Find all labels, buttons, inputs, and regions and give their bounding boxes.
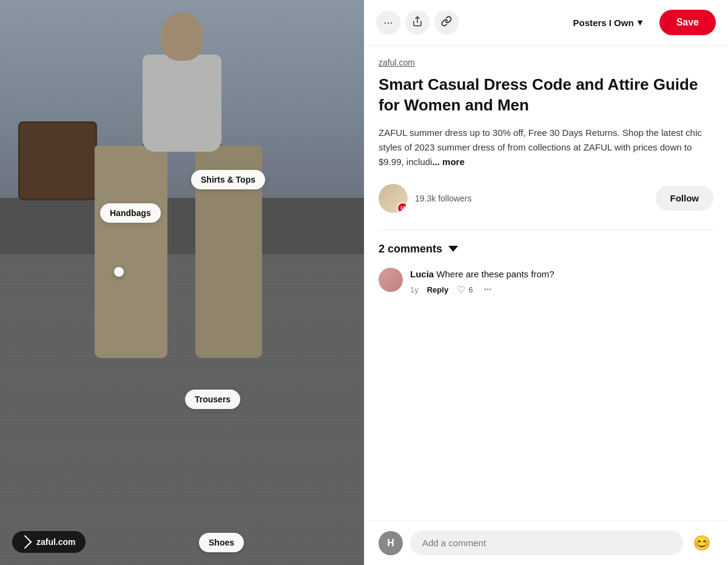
- tag-shirts-tops[interactable]: Shirts & Tops: [191, 170, 265, 189]
- posters-label: Posters I Own: [573, 18, 634, 28]
- tag-shoes[interactable]: Shoes: [199, 533, 244, 552]
- heart-icon: ♡: [457, 284, 465, 296]
- more-icon: ···: [383, 16, 393, 29]
- link-icon: [441, 16, 452, 30]
- toolbar: ···: [364, 0, 728, 46]
- comments-section: 2 comments Lucia Where are these pants f…: [379, 230, 713, 296]
- more-link[interactable]: ... more: [432, 157, 464, 167]
- share-icon: [412, 16, 423, 30]
- comment-text: Lucia Where are these pants from?: [410, 268, 713, 280]
- source-badge-label: zaful.com: [36, 537, 76, 547]
- source-link[interactable]: zaful.com: [379, 58, 713, 67]
- comment-input[interactable]: [410, 530, 683, 555]
- chevron-down-icon: ▾: [638, 17, 642, 28]
- author-row: 18 19.3k followers Follow: [379, 184, 713, 213]
- tag-handbags[interactable]: Handbags: [100, 203, 161, 223]
- right-panel: ···: [364, 0, 728, 565]
- author-avatar[interactable]: 18: [379, 184, 408, 213]
- posters-dropdown[interactable]: Posters I Own ▾: [564, 12, 652, 33]
- link-button[interactable]: [434, 10, 459, 35]
- add-comment-row: H 😊: [364, 520, 728, 565]
- pin-title: Smart Casual Dress Code and Attire Guide…: [379, 75, 713, 116]
- comment-body: Lucia Where are these pants from? 1y Rep…: [410, 268, 713, 296]
- content-area: zaful.com Smart Casual Dress Code and At…: [364, 46, 728, 520]
- author-info: 19.3k followers: [415, 193, 656, 204]
- dot-indicator: [114, 267, 124, 277]
- author-badge: 18: [397, 202, 408, 213]
- follow-button[interactable]: Follow: [656, 186, 714, 211]
- user-avatar: H: [379, 531, 403, 555]
- pin-description: ZAFUL summer dress up to 30% off, Free 3…: [379, 126, 713, 169]
- save-button[interactable]: Save: [659, 10, 716, 35]
- source-badge[interactable]: zaful.com: [12, 531, 86, 553]
- like-action[interactable]: ♡ 6: [457, 284, 473, 296]
- comments-header[interactable]: 2 comments: [379, 243, 713, 255]
- comment-author[interactable]: Lucia: [410, 269, 434, 279]
- author-followers: 19.3k followers: [415, 194, 471, 203]
- tag-trousers[interactable]: Trousers: [185, 390, 240, 409]
- comment-content: Where are these pants from?: [436, 269, 554, 279]
- comment-item: Lucia Where are these pants from? 1y Rep…: [379, 268, 713, 296]
- image-panel: Shirts & Tops Handbags Trousers Shoes za…: [0, 0, 364, 565]
- comments-count: 2 comments: [379, 243, 442, 255]
- comment-actions: 1y Reply ♡ 6 ···: [410, 284, 713, 296]
- comment-avatar[interactable]: [379, 268, 403, 292]
- more-options-button[interactable]: ···: [376, 10, 400, 35]
- share-button[interactable]: [405, 10, 430, 35]
- comment-more-button[interactable]: ···: [481, 284, 494, 295]
- like-count: 6: [468, 285, 473, 294]
- reply-button[interactable]: Reply: [427, 285, 448, 294]
- chevron-down-icon: [448, 246, 458, 252]
- comment-time: 1y: [410, 285, 419, 294]
- arrow-icon: [18, 535, 32, 549]
- emoji-button[interactable]: 😊: [690, 535, 713, 552]
